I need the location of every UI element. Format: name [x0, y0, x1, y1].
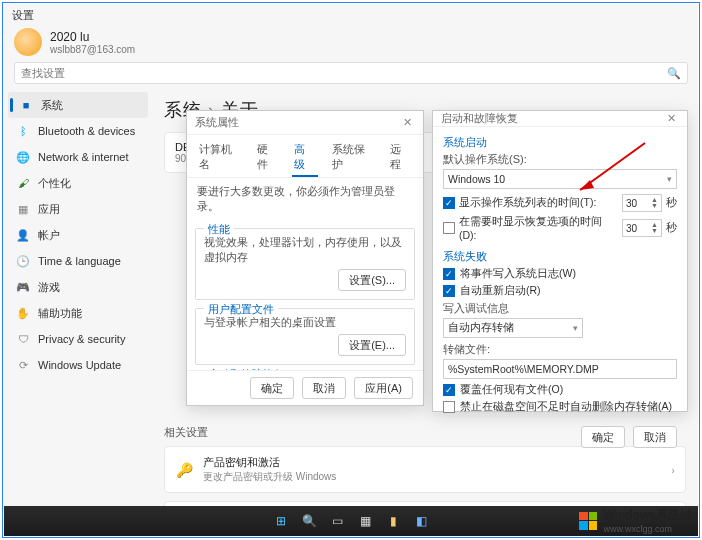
- windows-logo-icon: [579, 512, 597, 530]
- startup-ok-button[interactable]: 确定: [581, 426, 625, 448]
- system-properties-dialog: 系统属性 ✕ 计算机名硬件高级系统保护远程 要进行大多数更改，你必须作为管理员登…: [186, 110, 424, 406]
- sidebar-item-label: Bluetooth & devices: [38, 125, 135, 137]
- show-recovery-seconds[interactable]: 30▲▼: [622, 219, 662, 237]
- write-event-checkbox[interactable]: ✓: [443, 268, 455, 280]
- start-icon[interactable]: ⊞: [272, 512, 290, 530]
- widgets-icon[interactable]: ▦: [356, 512, 374, 530]
- chevron-down-icon: ▾: [667, 174, 672, 184]
- sidebar-item-6[interactable]: 🕒Time & language: [8, 248, 148, 274]
- profile-group-label: 用户配置文件: [204, 302, 278, 317]
- sidebar-item-label: 帐户: [38, 228, 60, 243]
- sysprop-note: 要进行大多数更改，你必须作为管理员登录。: [187, 178, 423, 220]
- sidebar-icon: ■: [19, 98, 33, 112]
- profile-settings-button[interactable]: 设置(E)...: [338, 334, 406, 356]
- sidebar-item-label: 应用: [38, 202, 60, 217]
- sidebar-item-5[interactable]: 👤帐户: [8, 222, 148, 248]
- sidebar-item-label: Windows Update: [38, 359, 121, 371]
- default-os-label: 默认操作系统(S):: [443, 152, 677, 167]
- sidebar-item-label: 系统: [41, 98, 63, 113]
- sidebar-item-10[interactable]: ⟳Windows Update: [8, 352, 148, 378]
- sidebar-icon: 👤: [16, 228, 30, 242]
- overwrite-checkbox[interactable]: ✓: [443, 384, 455, 396]
- show-os-list-label: 显示操作系统列表的时间(T):: [459, 196, 618, 210]
- sidebar-icon: 🛡: [16, 332, 30, 346]
- perf-settings-button[interactable]: 设置(S)...: [338, 269, 406, 291]
- sidebar-item-label: Privacy & security: [38, 333, 125, 345]
- sidebar-item-label: 辅助功能: [38, 306, 82, 321]
- failure-section: 系统失败: [443, 249, 677, 264]
- auto-restart-checkbox[interactable]: ✓: [443, 285, 455, 297]
- debug-info-label: 写入调试信息: [443, 301, 677, 316]
- sysprop-title: 系统属性: [195, 115, 239, 130]
- sidebar-icon: 🕒: [16, 254, 30, 268]
- disable-autodel-checkbox[interactable]: [443, 401, 455, 413]
- show-os-list-checkbox[interactable]: ✓: [443, 197, 455, 209]
- search-icon: 🔍: [667, 67, 681, 80]
- auto-restart-label: 自动重新启动(R): [460, 284, 541, 298]
- close-icon[interactable]: ✕: [399, 116, 415, 129]
- sidebar-item-8[interactable]: ✋辅助功能: [8, 300, 148, 326]
- sidebar: ■系统ᛒBluetooth & devices🌐Network & intern…: [4, 90, 152, 512]
- debug-info-select[interactable]: 自动内存转储▾: [443, 318, 583, 338]
- default-os-select[interactable]: Windows 10▾: [443, 169, 677, 189]
- sidebar-icon: 🖌: [16, 176, 30, 190]
- sysprop-cancel-button[interactable]: 取消: [302, 377, 346, 399]
- startup-group-label: 启动和故障恢复: [204, 367, 289, 370]
- user-name: 2020 lu: [50, 30, 135, 44]
- user-avatar[interactable]: [14, 28, 42, 56]
- perf-desc: 视觉效果，处理器计划，内存使用，以及虚拟内存: [204, 235, 406, 265]
- sidebar-icon: 🎮: [16, 280, 30, 294]
- sysprop-tab-1[interactable]: 硬件: [255, 139, 280, 177]
- sidebar-icon: ⟳: [16, 358, 30, 372]
- chevron-right-icon: ›: [671, 464, 675, 476]
- show-recovery-checkbox[interactable]: [443, 222, 455, 234]
- sidebar-icon: ᛒ: [16, 124, 30, 138]
- show-os-list-seconds[interactable]: 30▲▼: [622, 194, 662, 212]
- search-input[interactable]: 查找设置 🔍: [14, 62, 688, 84]
- sidebar-item-label: 游戏: [38, 280, 60, 295]
- sidebar-item-2[interactable]: 🌐Network & internet: [8, 144, 148, 170]
- startup-cancel-button[interactable]: 取消: [633, 426, 677, 448]
- show-recovery-label: 在需要时显示恢复选项的时间(D):: [459, 215, 618, 241]
- watermark: Windows系统城 www.wxclgg.com: [579, 507, 692, 534]
- sidebar-item-4[interactable]: ▦应用: [8, 196, 148, 222]
- related-icon: 🔑: [175, 462, 193, 478]
- sidebar-item-1[interactable]: ᛒBluetooth & devices: [8, 118, 148, 144]
- taskview-icon[interactable]: ▭: [328, 512, 346, 530]
- sidebar-item-label: Network & internet: [38, 151, 128, 163]
- sysprop-tab-3[interactable]: 系统保护: [330, 139, 376, 177]
- chevron-down-icon: ▾: [573, 323, 578, 333]
- window-title: 设置: [12, 8, 34, 23]
- close-icon[interactable]: ✕: [663, 112, 679, 125]
- disable-autodel-label: 禁止在磁盘空间不足时自动删除内存转储(A): [460, 400, 672, 414]
- overwrite-label: 覆盖任何现有文件(O): [460, 383, 563, 397]
- sidebar-item-9[interactable]: 🛡Privacy & security: [8, 326, 148, 352]
- dump-file-input[interactable]: %SystemRoot%\MEMORY.DMP: [443, 359, 677, 379]
- user-email: wslbb87@163.com: [50, 44, 135, 55]
- sidebar-item-3[interactable]: 🖌个性化: [8, 170, 148, 196]
- search-icon[interactable]: 🔍: [300, 512, 318, 530]
- sysprop-tab-4[interactable]: 远程: [388, 139, 413, 177]
- startup-section: 系统启动: [443, 135, 677, 150]
- sysprop-apply-button[interactable]: 应用(A): [354, 377, 413, 399]
- sysprop-tab-0[interactable]: 计算机名: [197, 139, 243, 177]
- startup-recovery-dialog: 启动和故障恢复 ✕ 系统启动 默认操作系统(S): Windows 10▾ ✓ …: [432, 110, 688, 412]
- sidebar-icon: ✋: [16, 306, 30, 320]
- dump-file-label: 转储文件:: [443, 342, 677, 357]
- profile-desc: 与登录帐户相关的桌面设置: [204, 315, 406, 330]
- search-placeholder: 查找设置: [21, 66, 65, 81]
- sidebar-icon: 🌐: [16, 150, 30, 164]
- sidebar-item-7[interactable]: 🎮游戏: [8, 274, 148, 300]
- perf-group-label: 性能: [204, 222, 234, 237]
- startup-dialog-title: 启动和故障恢复: [441, 111, 518, 126]
- app-icon[interactable]: ◧: [412, 512, 430, 530]
- sysprop-tab-2[interactable]: 高级: [292, 139, 317, 177]
- sidebar-item-0[interactable]: ■系统: [8, 92, 148, 118]
- sysprop-tabs: 计算机名硬件高级系统保护远程: [187, 135, 423, 178]
- explorer-icon[interactable]: ▮: [384, 512, 402, 530]
- sysprop-ok-button[interactable]: 确定: [250, 377, 294, 399]
- sidebar-icon: ▦: [16, 202, 30, 216]
- write-event-label: 将事件写入系统日志(W): [460, 267, 576, 281]
- sidebar-item-label: Time & language: [38, 255, 121, 267]
- sidebar-item-label: 个性化: [38, 176, 71, 191]
